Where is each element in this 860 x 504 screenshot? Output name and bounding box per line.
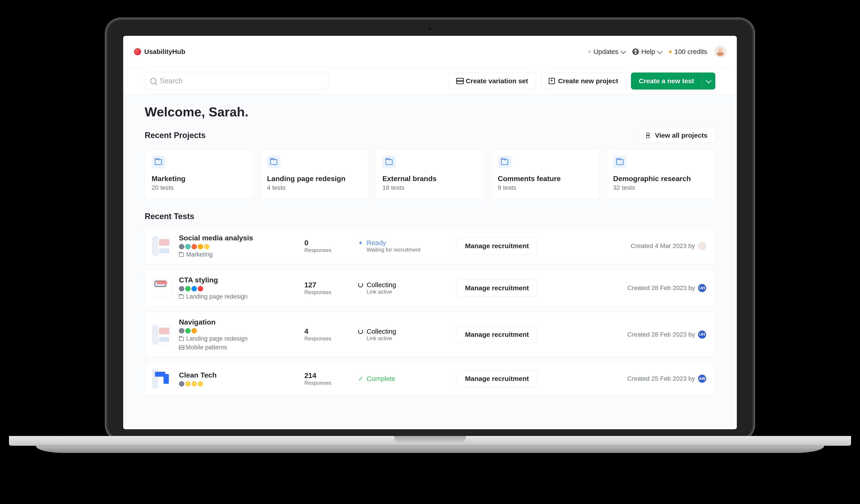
brand-logo-icon [134,48,141,55]
test-folder[interactable]: Landing page redesign [179,335,300,342]
folder-icon [385,159,392,165]
status-name: Collecting [367,328,396,335]
view-all-projects-button[interactable]: View all projects [639,128,715,143]
spinner-icon [358,282,363,288]
status-sub: Link active [367,335,396,342]
topbar: UsabilityHub Updates Help 100 credits [123,36,737,68]
responses-count: 214 [304,371,354,380]
grid-icon [646,133,652,138]
project-name: Landing page redesign [267,175,362,183]
credits-label: 100 credits [674,48,707,56]
test-card: Clean Tech 214 Responses ✓ Complete Mana… [145,362,715,395]
project-card[interactable]: Demographic research 32 tests [606,149,715,199]
project-test-count: 20 tests [152,184,247,191]
test-card: Social media analysis Marketing 0 Respon… [145,227,715,265]
status-name: Collecting [367,281,396,289]
project-card[interactable]: Marketing 20 tests [145,149,254,199]
status-name: Ready [367,239,420,247]
folder-icon [179,295,184,299]
creator-avatar[interactable]: UH [698,330,706,339]
project-name: Demographic research [613,175,708,183]
methodology-pill-icon [191,244,197,249]
sparkle-icon: ✦ [358,240,363,246]
create-new-test-dropdown[interactable] [702,73,715,90]
created-text: Created 4 Mar 2023 by [631,242,695,250]
search-input[interactable] [160,77,323,85]
created-text: Created 25 Feb 2023 by [627,375,695,382]
test-name[interactable]: Social media analysis [179,234,300,242]
credits-link[interactable]: 100 credits [669,48,707,56]
variation-set-icon [456,78,462,84]
methodology-pill-icon [204,244,210,249]
credits-indicator-icon [669,50,672,53]
test-thumbnail[interactable] [152,369,172,388]
search-icon [150,78,156,84]
variation-icon [179,345,183,350]
actionbar: Create variation set Create new project … [123,68,737,94]
test-thumbnail[interactable] [152,278,172,298]
project-name: Comments feature [498,175,593,183]
project-card[interactable]: Comments feature 9 tests [491,149,600,199]
project-card[interactable]: Landing page redesign 4 tests [260,149,369,199]
project-name: External brands [382,175,477,183]
create-new-project-label: Create new project [558,77,618,85]
methodology-pill-icon [198,286,203,292]
test-thumbnail[interactable] [152,325,172,344]
methodology-pill-icon [179,244,184,249]
folder-icon [179,337,184,341]
project-name: Marketing [152,175,247,183]
search-box[interactable] [145,72,328,90]
test-name[interactable]: Navigation [179,318,300,326]
new-project-icon [549,78,555,84]
methodology-pills [179,244,300,249]
creator-avatar[interactable]: AW [698,375,706,383]
methodology-pill-icon [185,244,190,249]
manage-recruitment-button[interactable]: Manage recruitment [457,370,537,387]
create-new-test-button[interactable]: Create a new test [631,73,702,90]
test-card: CTA styling Landing page redesign 127 Re… [145,269,715,307]
globe-icon [632,48,639,55]
test-variation[interactable]: Mobile patterns [179,344,300,351]
user-avatar[interactable] [714,46,726,58]
create-new-project-button[interactable]: Create new project [541,73,626,90]
folder-badge [498,156,511,168]
test-card: Navigation Landing page redesignMobile p… [145,312,715,357]
project-test-count: 9 tests [498,184,593,191]
project-test-count: 18 tests [382,184,477,191]
methodology-pills [179,328,300,333]
test-name[interactable]: Clean Tech [179,371,300,379]
create-variation-set-label: Create variation set [465,77,528,85]
test-thumbnail[interactable] [152,236,172,256]
create-variation-set-button[interactable]: Create variation set [448,73,536,90]
test-name[interactable]: CTA styling [179,276,300,284]
responses-count: 4 [304,327,354,336]
updates-indicator-icon [588,50,591,53]
folder-icon [179,253,184,257]
folder-badge [267,156,281,168]
recent-tests-heading: Recent Tests [145,212,715,221]
creator-avatar[interactable]: UH [698,284,706,292]
help-link[interactable]: Help [632,48,662,56]
methodology-pills [179,381,300,386]
created-text: Created 28 Feb 2023 by [627,284,695,292]
updates-link[interactable]: Updates [588,48,625,56]
chevron-down-icon [657,48,663,54]
creator-avatar[interactable] [698,242,706,250]
methodology-pill-icon [191,328,197,333]
manage-recruitment-button[interactable]: Manage recruitment [457,237,537,254]
responses-label: Responses [304,247,354,253]
created-text: Created 28 Feb 2023 by [627,331,695,338]
manage-recruitment-button[interactable]: Manage recruitment [457,326,537,343]
methodology-pill-icon [179,328,184,333]
folder-icon [155,159,162,165]
test-folder[interactable]: Landing page redesign [179,293,300,300]
check-icon: ✓ [358,376,363,382]
status-sub: Link active [367,289,396,295]
brand[interactable]: UsabilityHub [134,48,185,56]
test-folder[interactable]: Marketing [179,251,300,258]
project-card[interactable]: External brands 18 tests [375,149,484,199]
responses-count: 127 [304,281,354,289]
view-all-projects-label: View all projects [655,132,707,139]
manage-recruitment-button[interactable]: Manage recruitment [457,280,537,297]
methodology-pill-icon [191,381,197,386]
